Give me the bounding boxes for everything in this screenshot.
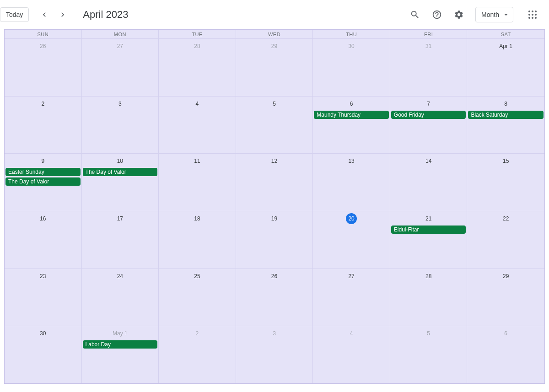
day-number: 2 (159, 328, 236, 339)
calendar-event[interactable]: Easter Sunday (5, 168, 81, 176)
day-number: 2 (5, 98, 81, 109)
day-cell[interactable]: 29 (467, 269, 544, 326)
next-month-button[interactable] (54, 5, 72, 24)
day-cell[interactable]: 5 (390, 326, 468, 383)
day-cell[interactable]: 21Eidul-Fitar (390, 211, 468, 268)
day-cell[interactable]: 19 (236, 211, 313, 268)
day-cell[interactable]: 12 (236, 154, 313, 211)
day-number: Apr 1 (467, 41, 544, 52)
day-cell[interactable]: 23 (5, 269, 82, 326)
calendar-event[interactable]: Good Friday (391, 111, 466, 119)
day-number: 26 (236, 271, 313, 282)
day-number: 26 (5, 41, 81, 52)
calendar-header: Today April 2023 Month (0, 0, 549, 29)
day-cell[interactable]: 6 (467, 326, 544, 383)
weekday-label: TUE (159, 30, 236, 38)
weekday-label: WED (236, 30, 313, 38)
day-cell[interactable]: 27 (313, 269, 390, 326)
day-cell[interactable]: 18 (159, 211, 236, 268)
weekday-label: MON (82, 30, 159, 38)
settings-button[interactable] (450, 5, 468, 24)
day-number: 15 (467, 156, 544, 166)
day-number: 30 (313, 41, 390, 52)
day-cell[interactable]: 4 (313, 326, 390, 383)
day-number: 28 (159, 41, 236, 52)
day-number: 27 (313, 271, 390, 282)
day-number: 14 (390, 156, 467, 166)
day-cell[interactable]: 3 (82, 97, 159, 154)
day-number: 30 (5, 328, 81, 339)
day-number: 31 (390, 41, 467, 52)
today-button[interactable]: Today (0, 7, 29, 22)
day-cell[interactable]: 26 (5, 39, 82, 96)
day-cell[interactable]: 30 (5, 326, 82, 383)
day-cell[interactable]: Apr 1 (467, 39, 544, 96)
day-number: 16 (5, 213, 81, 224)
day-cell[interactable]: 5 (236, 97, 313, 154)
calendar-event[interactable]: The Day of Valor (83, 168, 158, 176)
weekday-label: FRI (390, 30, 468, 38)
calendar-event[interactable]: Labor Day (83, 340, 158, 349)
day-cell[interactable]: 13 (313, 154, 390, 211)
day-number: 5 (236, 98, 313, 109)
day-cell[interactable]: 6Maundy Thursday (313, 97, 390, 154)
day-cell[interactable]: 27 (82, 39, 159, 96)
day-cell[interactable]: 17 (82, 211, 159, 268)
day-cell[interactable]: 10The Day of Valor (82, 154, 159, 211)
day-number: 12 (236, 156, 313, 166)
day-number: 19 (236, 213, 313, 224)
day-number: 11 (159, 156, 236, 166)
calendar-event[interactable]: Eidul-Fitar (391, 226, 466, 234)
day-cell[interactable]: 16 (5, 211, 82, 268)
day-number: 4 (159, 98, 236, 109)
day-cell[interactable]: 31 (390, 39, 468, 96)
week-row: 161718192021Eidul-Fitar22 (5, 211, 544, 269)
day-cell[interactable]: 28 (390, 269, 468, 326)
help-button[interactable] (428, 5, 446, 24)
day-cell[interactable]: 30 (313, 39, 390, 96)
calendar-event[interactable]: Maundy Thursday (314, 111, 389, 119)
day-number: 17 (82, 213, 159, 224)
week-row: 262728293031Apr 1 (5, 39, 544, 97)
day-cell[interactable]: 2 (5, 97, 82, 154)
day-cell[interactable]: 28 (159, 39, 236, 96)
calendar-event[interactable]: Black Saturday (468, 111, 544, 119)
search-button[interactable] (406, 5, 424, 24)
month-year-title: April 2023 (83, 9, 128, 21)
day-number: 6 (467, 328, 544, 339)
week-row: 30May 1Labor Day23456 (5, 326, 544, 383)
prev-month-button[interactable] (35, 5, 54, 24)
day-cell[interactable]: 2 (159, 326, 236, 383)
chevron-left-icon (40, 10, 49, 19)
day-cell[interactable]: 22 (467, 211, 544, 268)
day-cell[interactable]: 29 (236, 39, 313, 96)
day-number: 20 (346, 213, 357, 224)
view-selector[interactable]: Month (475, 7, 513, 22)
day-cell[interactable]: 20 (313, 211, 390, 268)
view-selector-label: Month (481, 11, 499, 18)
day-cell[interactable]: 25 (159, 269, 236, 326)
google-apps-button[interactable] (523, 5, 542, 24)
weekday-label: THU (313, 30, 390, 38)
day-cell[interactable]: 24 (82, 269, 159, 326)
day-cell[interactable]: 9Easter SundayThe Day of Valor (5, 154, 82, 211)
day-cell[interactable]: May 1Labor Day (82, 326, 159, 383)
day-cell[interactable]: 7Good Friday (390, 97, 468, 154)
day-cell[interactable]: 4 (159, 97, 236, 154)
day-number: 24 (82, 271, 159, 282)
day-cell[interactable]: 11 (159, 154, 236, 211)
dropdown-arrow-icon (502, 11, 510, 19)
day-number: 5 (390, 328, 467, 339)
day-cell[interactable]: 15 (467, 154, 544, 211)
day-number: 13 (313, 156, 390, 166)
weekday-header-row: SUNMONTUEWEDTHUFRISAT (5, 30, 544, 39)
day-number: 9 (5, 156, 81, 166)
day-cell[interactable]: 14 (390, 154, 468, 211)
calendar-event[interactable]: The Day of Valor (5, 177, 81, 186)
day-cell[interactable]: 8Black Saturday (467, 97, 544, 154)
day-cell[interactable]: 3 (236, 326, 313, 383)
day-number: 7 (390, 98, 467, 109)
help-icon (432, 10, 442, 20)
day-cell[interactable]: 26 (236, 269, 313, 326)
day-number: 29 (236, 41, 313, 52)
